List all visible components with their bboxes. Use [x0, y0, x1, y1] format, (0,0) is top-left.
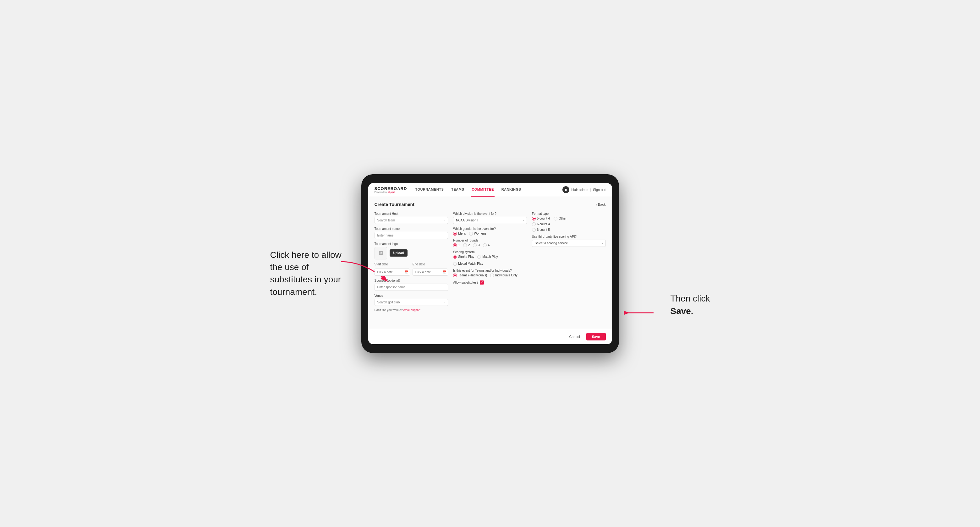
venue-select-wrapper: ▾: [374, 299, 449, 306]
substitutes-label: Allow substitutes?: [453, 281, 478, 284]
scoring-system-group: Scoring system Stroke Play Match Play: [453, 250, 527, 266]
scoring-match[interactable]: Match Play: [477, 255, 498, 259]
logo-upload-area: 🖼 Upload: [374, 247, 449, 259]
format-type-group: Format type 5 count 4 Other: [532, 212, 606, 232]
rounds-group: Number of rounds 1 2: [453, 239, 527, 247]
calendar-icon: 📅: [404, 270, 408, 274]
tournament-host-group: Tournament Host ▾: [374, 212, 449, 224]
format-5count4-radio[interactable]: [532, 217, 536, 221]
scoring-api-group: Use third-party live scoring API? Select…: [532, 235, 606, 247]
event-teams-radio[interactable]: [453, 273, 457, 277]
scoring-match-radio[interactable]: [477, 255, 481, 259]
event-type-group: Is this event for Teams and/or Individua…: [453, 269, 527, 277]
nav-committee[interactable]: COMMITTEE: [471, 183, 495, 197]
event-type-individuals[interactable]: Individuals Only: [490, 273, 517, 277]
nav-rankings[interactable]: RANKINGS: [501, 183, 522, 197]
rounds-2[interactable]: 2: [463, 243, 470, 247]
form-footer: Cancel Save: [368, 329, 612, 344]
scoring-api-label: Use third-party live scoring API?: [532, 235, 606, 238]
scoring-api-select-wrapper: Select a scoring service ▾: [532, 240, 606, 247]
logo-powered: Powered by clippd: [374, 191, 407, 193]
format-other[interactable]: Other: [554, 217, 566, 221]
format-6count4-radio[interactable]: [532, 222, 536, 226]
nav-user: B blair admin | Sign out: [562, 186, 606, 193]
calendar-end-icon: 📅: [442, 270, 446, 274]
rounds-4[interactable]: 4: [483, 243, 490, 247]
gender-radio-group: Mens Womens: [453, 232, 527, 235]
nav-tournaments[interactable]: TOURNAMENTS: [414, 183, 444, 197]
format-6count5-radio[interactable]: [532, 228, 536, 232]
logo-scoreboard: SCOREBOARD: [374, 186, 407, 191]
tournament-name-input[interactable]: [374, 232, 449, 239]
start-date-wrapper: 📅: [374, 268, 410, 276]
substitutes-checkbox-item: Allow substitutes? ✓: [453, 281, 527, 284]
event-individuals-radio[interactable]: [490, 273, 494, 277]
save-button[interactable]: Save: [586, 333, 606, 340]
format-row-2: 6 count 4: [532, 222, 606, 226]
logo-area: SCOREBOARD Powered by clippd: [374, 186, 407, 193]
format-6count5[interactable]: 6 count 5: [532, 228, 550, 232]
cancel-button[interactable]: Cancel: [566, 333, 583, 340]
tournament-name-label: Tournament name: [374, 227, 449, 230]
sign-out-link[interactable]: Sign out: [593, 188, 606, 192]
format-radio-group: 5 count 4 Other: [532, 217, 606, 232]
division-select[interactable]: NCAA Division I: [453, 217, 527, 224]
arrow-right-icon: [624, 305, 655, 321]
scoring-api-select[interactable]: Select a scoring service: [532, 240, 606, 247]
nav-bar: SCOREBOARD Powered by clippd TOURNAMENTS…: [368, 183, 612, 197]
format-row-3: 6 count 5: [532, 228, 606, 232]
format-other-radio[interactable]: [554, 217, 557, 221]
tablet-screen: SCOREBOARD Powered by clippd TOURNAMENTS…: [368, 183, 612, 344]
email-support-link[interactable]: email support: [403, 308, 420, 311]
substitutes-group: Allow substitutes? ✓: [453, 281, 527, 284]
scoring-stroke[interactable]: Stroke Play: [453, 255, 474, 259]
form-col2: Which division is the event for? NCAA Di…: [453, 212, 527, 311]
rounds-2-radio[interactable]: [463, 243, 467, 247]
rounds-1[interactable]: 1: [453, 243, 460, 247]
back-link[interactable]: ‹ Back: [596, 203, 606, 206]
upload-button[interactable]: Upload: [390, 249, 408, 257]
gender-mens-radio[interactable]: [453, 232, 457, 235]
rounds-3[interactable]: 3: [473, 243, 480, 247]
event-type-radio-group: Teams (+Individuals) Individuals Only: [453, 273, 527, 277]
format-row-1: 5 count 4 Other: [532, 217, 606, 221]
scoring-stroke-radio[interactable]: [453, 255, 457, 259]
gender-mens[interactable]: Mens: [453, 232, 466, 235]
tournament-logo-label: Tournament logo: [374, 242, 449, 246]
event-type-teams[interactable]: Teams (+Individuals): [453, 273, 487, 277]
gender-womens[interactable]: Womens: [469, 232, 487, 235]
page-content: Create Tournament ‹ Back Tournament Host…: [368, 197, 612, 329]
rounds-1-radio[interactable]: [453, 243, 457, 247]
venue-help-text: Can't find your venue? email support: [374, 308, 449, 311]
annotation-left: Click here to allow the use of substitut…: [270, 249, 345, 298]
tournament-host-select-wrapper: ▾: [374, 217, 449, 224]
nav-teams[interactable]: TEAMS: [450, 183, 465, 197]
tournament-logo-group: Tournament logo 🖼 Upload: [374, 242, 449, 259]
scoring-medal-match[interactable]: Medal Match Play: [453, 262, 483, 266]
tournament-name-group: Tournament name: [374, 227, 449, 239]
end-date-label: End date: [412, 263, 448, 266]
scoring-radio-group: Stroke Play Match Play Medal Match Play: [453, 255, 527, 266]
gender-womens-radio[interactable]: [469, 232, 473, 235]
rounds-radio-group: 1 2 3: [453, 243, 527, 247]
event-type-label: Is this event for Teams and/or Individua…: [453, 269, 527, 272]
nav-links: TOURNAMENTS TEAMS COMMITTEE RANKINGS: [414, 183, 562, 197]
substitutes-checkbox[interactable]: ✓: [480, 281, 484, 284]
venue-group: Venue ▾ Can't find your venue? email sup…: [374, 294, 449, 311]
tournament-host-input[interactable]: [374, 217, 449, 224]
venue-input[interactable]: [374, 299, 449, 306]
rounds-3-radio[interactable]: [473, 243, 477, 247]
format-6count4[interactable]: 6 count 4: [532, 222, 550, 226]
page-header: Create Tournament ‹ Back: [374, 202, 606, 207]
end-date-wrapper: 📅: [412, 268, 448, 276]
user-name: blair admin: [571, 188, 588, 192]
scoring-medal-radio[interactable]: [453, 262, 457, 266]
gender-label: Which gender is the event for?: [453, 227, 527, 230]
rounds-4-radio[interactable]: [483, 243, 487, 247]
division-select-wrapper: NCAA Division I ▾: [453, 217, 527, 224]
format-5count4[interactable]: 5 count 4: [532, 217, 550, 221]
page-title: Create Tournament: [374, 202, 414, 207]
form-columns: Tournament Host ▾ Tournament name Tourna: [374, 212, 606, 311]
tournament-host-label: Tournament Host: [374, 212, 449, 216]
rounds-label: Number of rounds: [453, 239, 527, 242]
